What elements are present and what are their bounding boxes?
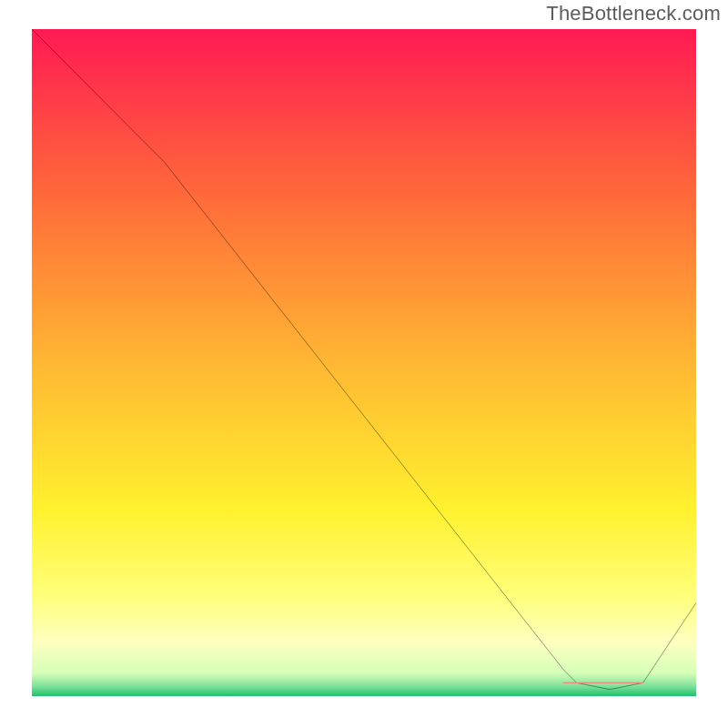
plot-area bbox=[32, 29, 696, 696]
chart-svg bbox=[32, 29, 696, 696]
chart-canvas: TheBottleneck.com bbox=[0, 0, 728, 728]
watermark-label: TheBottleneck.com bbox=[546, 2, 721, 25]
